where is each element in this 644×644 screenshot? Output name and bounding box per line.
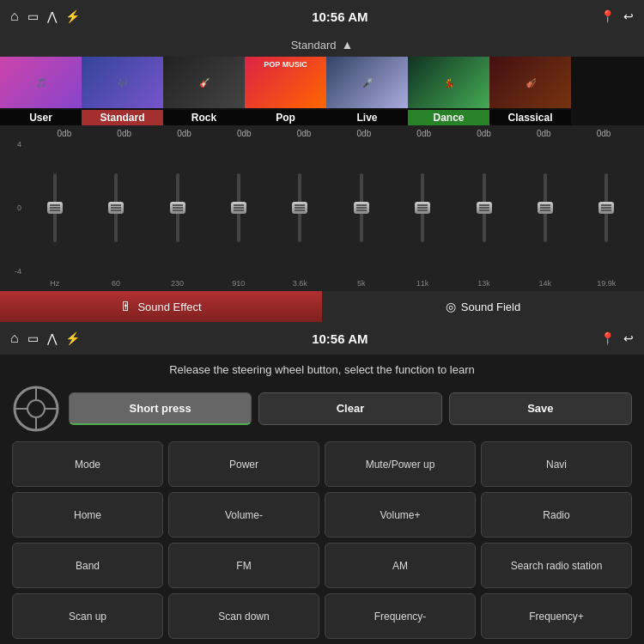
sw-button-group: Short press Clear Save <box>69 392 632 425</box>
band-0db-2: 0db <box>161 129 207 138</box>
preset-live-label: Live <box>326 110 408 125</box>
status-icons-right: 📍 ↩ <box>600 9 634 23</box>
status-icons-left-bottom: ⌂ ▭ ⋀ ⚡ <box>10 331 80 346</box>
steering-wheel-icon <box>12 385 60 433</box>
sound-field-icon: ◎ <box>446 300 456 313</box>
eq-band-2[interactable] <box>147 138 208 277</box>
fn-mute-power-up[interactable]: Mute/Power up <box>325 441 476 487</box>
band-0db-3: 0db <box>221 129 267 138</box>
preset-current-label: Standard <box>291 39 337 52</box>
usb-icon: ⚡ <box>65 9 80 23</box>
freq-14k: 14k <box>522 279 568 288</box>
eq-sliders-row <box>24 138 637 277</box>
preset-pop[interactable]: POP MUSIC Pop <box>245 57 326 125</box>
short-press-button[interactable]: Short press <box>69 392 252 425</box>
status-bar-bottom: ⌂ ▭ ⋀ ⚡ 10:56 AM 📍 ↩ <box>0 322 644 355</box>
eq-sliders-container: 4 0 -4 <box>7 138 637 277</box>
db-0: 0 <box>7 204 21 212</box>
freq-3k6: 3.6k <box>276 279 323 288</box>
preset-user-label: User <box>0 110 82 125</box>
preset-pop-label: Pop <box>245 110 326 125</box>
preset-rock-label: Rock <box>163 110 245 125</box>
save-button[interactable]: Save <box>449 392 632 425</box>
top-time: 10:56 AM <box>312 9 368 24</box>
preset-standard[interactable]: 🎶 Standard <box>82 57 163 125</box>
preset-chevron-icon[interactable]: ▲ <box>341 38 353 52</box>
fn-volume-down[interactable]: Volume- <box>168 492 319 538</box>
up-icon[interactable]: ⋀ <box>47 9 57 23</box>
back-icon-bottom[interactable]: ↩ <box>623 331 634 345</box>
eq-band-1[interactable] <box>85 138 146 277</box>
tab-sound-field[interactable]: ◎ Sound Field <box>322 291 644 322</box>
fn-band[interactable]: Band <box>12 543 163 588</box>
home-icon[interactable]: ⌂ <box>10 9 19 24</box>
fn-search-radio[interactable]: Search radio station <box>481 543 632 588</box>
freq-60: 60 <box>93 279 139 288</box>
eq-band-0[interactable] <box>24 138 85 277</box>
db-scale-column: 4 0 -4 <box>7 138 24 277</box>
fn-volume-up[interactable]: Volume+ <box>325 492 476 538</box>
fn-home[interactable]: Home <box>12 492 163 538</box>
fn-am[interactable]: AM <box>325 543 476 588</box>
freq-5k: 5k <box>338 279 385 288</box>
function-grid: Mode Power Mute/Power up Navi Home Volum… <box>0 436 644 644</box>
db-4: 4 <box>7 140 21 149</box>
preset-rock[interactable]: 🎸 Rock <box>163 57 245 125</box>
eq-band-8[interactable] <box>514 138 575 277</box>
band-0db-6: 0db <box>401 129 447 138</box>
sound-effect-icon: 🎚 <box>120 300 132 313</box>
eq-area: 0db 0db 0db 0db 0db 0db 0db 0db 0db 0db … <box>0 125 644 291</box>
home-icon-bottom[interactable]: ⌂ <box>10 331 19 346</box>
fn-fm[interactable]: FM <box>168 543 319 588</box>
band-0db-7: 0db <box>460 129 507 138</box>
band-0db-1: 0db <box>101 129 148 138</box>
fn-frequency-up[interactable]: Frequency+ <box>481 593 632 639</box>
preset-live[interactable]: 🎤 Live <box>326 57 408 125</box>
fn-power[interactable]: Power <box>168 441 319 487</box>
sw-controls-row: Short press Clear Save <box>0 381 644 436</box>
eq-band-4[interactable] <box>270 138 331 277</box>
fn-navi[interactable]: Navi <box>481 441 632 487</box>
preset-classical[interactable]: 🎻 Classical <box>489 57 571 125</box>
preset-user[interactable]: 🎵 User <box>0 57 82 125</box>
freq-11k: 11k <box>399 279 446 288</box>
eq-band-6[interactable] <box>392 138 453 277</box>
instruction-text: Release the steering wheel button, selec… <box>0 355 644 381</box>
steering-wheel-panel: ⌂ ▭ ⋀ ⚡ 10:56 AM 📍 ↩ Release the steerin… <box>0 322 644 644</box>
freq-13k: 13k <box>460 279 507 288</box>
freq-230: 230 <box>154 279 200 288</box>
fn-scan-up[interactable]: Scan up <box>12 593 163 639</box>
eq-band-5[interactable] <box>331 138 392 277</box>
tab-sound-effect-label: Sound Effect <box>137 301 201 313</box>
clear-button[interactable]: Clear <box>258 392 441 425</box>
up-icon-bottom[interactable]: ⋀ <box>47 331 57 345</box>
presets-row: 🎵 User 🎶 Standard 🎸 Rock POP MUSIC Pop <box>0 57 644 125</box>
freq-hz: Hz <box>32 279 78 288</box>
eq-freq-labels: Hz 60 230 910 3.6k 5k 11k 13k 14k 19.9k <box>7 277 637 288</box>
band-0db-9: 0db <box>580 129 627 138</box>
fn-mode[interactable]: Mode <box>12 441 163 487</box>
back-icon[interactable]: ↩ <box>623 9 634 23</box>
eq-band-9[interactable] <box>576 138 637 277</box>
preset-selector-bar[interactable]: Standard ▲ <box>0 33 644 57</box>
band-0db-8: 0db <box>520 129 567 138</box>
screen-icon-bottom[interactable]: ▭ <box>27 331 39 345</box>
db-neg4: -4 <box>7 267 21 276</box>
band-0db-5: 0db <box>341 129 387 138</box>
eq-db-top-labels: 0db 0db 0db 0db 0db 0db 0db 0db 0db 0db <box>7 129 637 138</box>
preset-classical-label: Classical <box>489 110 571 125</box>
bottom-time: 10:56 AM <box>312 331 368 346</box>
location-icon-bottom: 📍 <box>600 331 615 345</box>
band-0db-0: 0db <box>41 129 88 138</box>
preset-dance[interactable]: 💃 Dance <box>408 57 489 125</box>
svg-point-1 <box>27 400 45 417</box>
fn-scan-down[interactable]: Scan down <box>168 593 319 639</box>
fn-radio[interactable]: Radio <box>481 492 632 538</box>
screen-icon[interactable]: ▭ <box>27 9 39 23</box>
equalizer-panel: ⌂ ▭ ⋀ ⚡ 10:56 AM 📍 ↩ Standard ▲ 🎵 User 🎶 <box>0 0 644 322</box>
eq-band-7[interactable] <box>453 138 514 277</box>
fn-frequency-down[interactable]: Frequency- <box>325 593 476 639</box>
tab-sound-field-label: Sound Field <box>461 301 520 313</box>
tab-sound-effect[interactable]: 🎚 Sound Effect <box>0 291 322 322</box>
eq-band-3[interactable] <box>208 138 269 277</box>
